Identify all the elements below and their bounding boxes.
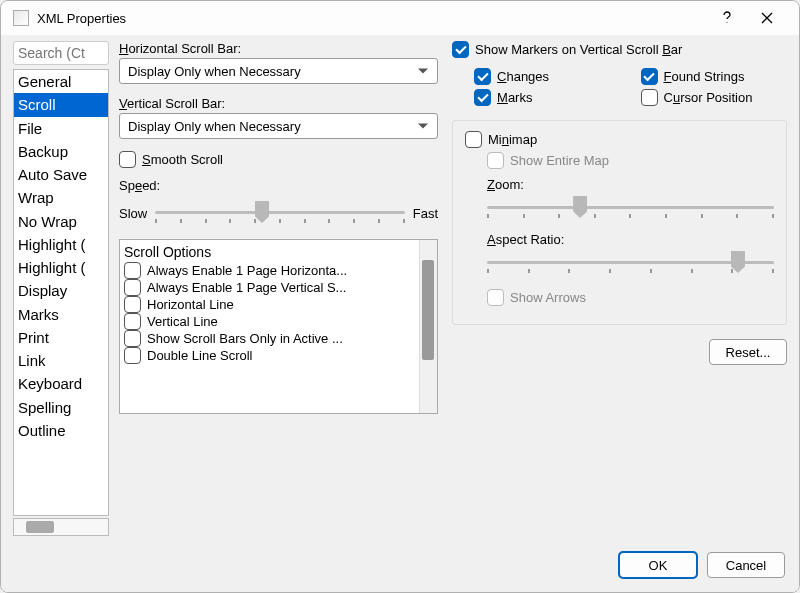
category-list[interactable]: GeneralScrollFileBackupAuto SaveWrapNo W…	[13, 69, 109, 516]
hscroll-select[interactable]: Display Only when Necessary	[119, 58, 438, 84]
minimap-checkbox[interactable]: Minimap	[465, 131, 774, 148]
speed-slow-label: Slow	[119, 206, 147, 221]
left-panel: Horizontal Scroll Bar: Display Only when…	[119, 41, 438, 536]
hscroll-label: Horizontal Scroll Bar:	[119, 41, 438, 56]
category-item[interactable]: Keyboard	[14, 372, 108, 395]
scroll-option-item[interactable]: Vertical Line	[124, 313, 415, 330]
ok-button[interactable]: OK	[619, 552, 697, 578]
changes-checkbox[interactable]: Changes	[474, 68, 620, 85]
scroll-option-item[interactable]: Show Scroll Bars Only in Active ...	[124, 330, 415, 347]
category-item[interactable]: Display	[14, 279, 108, 302]
aspect-ratio-slider[interactable]	[487, 249, 774, 277]
category-item[interactable]: Auto Save	[14, 163, 108, 186]
search-input[interactable]	[13, 41, 109, 65]
scroll-options-box: Scroll Options Always Enable 1 Page Hori…	[119, 239, 438, 414]
speed-fast-label: Fast	[413, 206, 438, 221]
close-button[interactable]	[747, 4, 787, 32]
category-item[interactable]: Highlight (	[14, 233, 108, 256]
category-item[interactable]: Highlight (	[14, 256, 108, 279]
zoom-slider[interactable]	[487, 194, 774, 222]
vscroll-select[interactable]: Display Only when Necessary	[119, 113, 438, 139]
scroll-option-item[interactable]: Double Line Scroll	[124, 347, 415, 364]
category-item[interactable]: Wrap	[14, 186, 108, 209]
smooth-scroll-checkbox[interactable]: Smooth Scroll	[119, 151, 438, 168]
reset-button[interactable]: Reset...	[709, 339, 787, 365]
show-arrows-checkbox[interactable]: Show Arrows	[487, 289, 774, 306]
category-item[interactable]: Outline	[14, 419, 108, 442]
speed-slider[interactable]	[155, 199, 405, 227]
scroll-options-header: Scroll Options	[124, 242, 415, 262]
cursor-position-checkbox[interactable]: Cursor Position	[641, 89, 787, 106]
show-markers-checkbox[interactable]: Show Markers on Vertical Scroll Bar	[452, 41, 787, 58]
scroll-option-item[interactable]: Horizontal Line	[124, 296, 415, 313]
show-entire-map-checkbox[interactable]: Show Entire Map	[487, 152, 774, 169]
marks-checkbox[interactable]: Marks	[474, 89, 620, 106]
window-title: XML Properties	[37, 11, 126, 26]
category-item[interactable]: Print	[14, 326, 108, 349]
app-icon	[13, 10, 29, 26]
category-item[interactable]: Marks	[14, 303, 108, 326]
minimap-group: Minimap Show Entire Map Zoom: Aspect Rat…	[452, 120, 787, 325]
category-item[interactable]: No Wrap	[14, 210, 108, 233]
dialog-footer: OK Cancel	[1, 542, 799, 592]
scroll-option-item[interactable]: Always Enable 1 Page Vertical S...	[124, 279, 415, 296]
found-strings-checkbox[interactable]: Found Strings	[641, 68, 787, 85]
aspect-ratio-label: Aspect Ratio:	[487, 232, 774, 247]
vscroll-label: Vertical Scroll Bar:	[119, 96, 438, 111]
category-item[interactable]: Spelling	[14, 396, 108, 419]
category-item[interactable]: General	[14, 70, 108, 93]
right-panel: Show Markers on Vertical Scroll Bar Chan…	[452, 41, 787, 536]
speed-label: Speed:	[119, 178, 438, 193]
titlebar: XML Properties	[1, 1, 799, 35]
category-item[interactable]: Scroll	[14, 93, 108, 116]
sidebar: GeneralScrollFileBackupAuto SaveWrapNo W…	[13, 41, 109, 536]
category-item[interactable]: File	[14, 117, 108, 140]
cancel-button[interactable]: Cancel	[707, 552, 785, 578]
scroll-option-item[interactable]: Always Enable 1 Page Horizonta...	[124, 262, 415, 279]
help-button[interactable]	[707, 4, 747, 32]
scroll-options-scrollbar[interactable]	[419, 240, 437, 413]
category-hscrollbar[interactable]	[13, 518, 109, 536]
category-item[interactable]: Backup	[14, 140, 108, 163]
category-item[interactable]: Link	[14, 349, 108, 372]
properties-dialog: XML Properties GeneralScrollFileBackupAu…	[0, 0, 800, 593]
zoom-label: Zoom:	[487, 177, 774, 192]
